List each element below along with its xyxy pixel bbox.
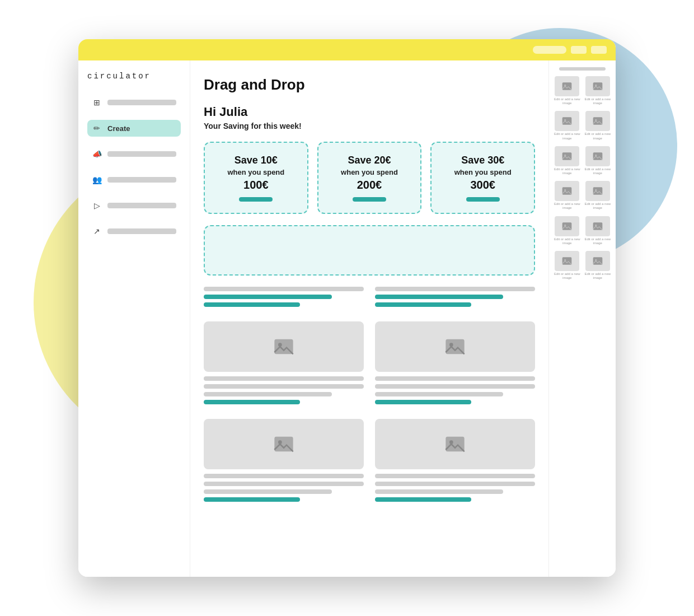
thumb-label-1-0: Edit or add a new image xyxy=(554,132,581,140)
img4-btn[interactable] xyxy=(375,497,471,502)
page-title: Drag and Drop xyxy=(204,76,535,94)
savings-card-2[interactable]: Save 20€ when you spend 200€ xyxy=(317,142,422,214)
sidebar-label-audience xyxy=(107,177,176,183)
thumb-item-2-1[interactable]: Edit or add a new image xyxy=(584,146,612,175)
sidebar-item-create[interactable]: ✏ Create xyxy=(87,120,181,137)
sidebar-item-dashboard[interactable]: ⊞ xyxy=(87,94,181,111)
audience-icon: 👥 xyxy=(92,175,102,185)
thumb-item-4-0[interactable]: Edit or add a new image xyxy=(554,216,581,245)
thumb-label-1-1: Edit or add a new image xyxy=(584,132,612,140)
right-panel-row-4: Edit or add a new image Edit or add a ne… xyxy=(554,216,611,245)
thumb-label-3-0: Edit or add a new image xyxy=(554,202,581,210)
thumb-image-icon xyxy=(561,115,573,127)
img2-text-3 xyxy=(375,392,503,396)
thumb-item-0-0[interactable]: Edit or add a new image xyxy=(554,76,581,105)
image-grid-row-2 xyxy=(204,419,535,505)
greeting: Hi Julia xyxy=(204,105,535,119)
right-panel-row-1: Edit or add a new image Edit or add a ne… xyxy=(554,111,611,140)
subtitle: Your Saving for this week! xyxy=(204,122,535,130)
thumb-image-icon xyxy=(592,255,603,267)
img4-text-2 xyxy=(375,482,535,486)
savings-card-3-spend: when you spend xyxy=(440,168,525,176)
image-icon-1 xyxy=(273,335,295,358)
savings-card-2-btn[interactable] xyxy=(353,197,386,202)
right-panel-row-0: Edit or add a new image Edit or add a ne… xyxy=(554,76,611,105)
savings-card-2-amount: 200€ xyxy=(327,179,412,192)
thumb-img-4-1 xyxy=(585,216,610,236)
thumb-label-3-1: Edit or add a new image xyxy=(584,202,612,210)
thumb-img-1-0 xyxy=(555,111,579,131)
image-placeholder-3 xyxy=(204,419,364,469)
thumb-image-icon xyxy=(561,221,573,232)
sidebar: circulator ⊞ ✏ Create 📣 👥 xyxy=(78,60,190,577)
thumb-item-1-0[interactable]: Edit or add a new image xyxy=(554,111,581,140)
title-bar-url xyxy=(533,46,566,54)
image-placeholder-2 xyxy=(375,321,535,372)
megaphone-icon: 📣 xyxy=(92,149,102,159)
thumb-img-5-0 xyxy=(555,251,579,271)
thumb-item-5-0[interactable]: Edit or add a new image xyxy=(554,251,581,280)
thumb-image-icon xyxy=(592,185,603,197)
main-content: Drag and Drop Hi Julia Your Saving for t… xyxy=(190,60,548,577)
text-line-1 xyxy=(204,287,364,291)
text-lines-row xyxy=(204,287,535,310)
savings-card-1[interactable]: Save 10€ when you spend 100€ xyxy=(204,142,308,214)
img2-btn[interactable] xyxy=(375,400,471,404)
thumb-img-4-0 xyxy=(555,216,579,236)
text-line-teal-4 xyxy=(375,302,471,307)
title-bar xyxy=(78,39,616,60)
sidebar-label-analytics xyxy=(107,228,176,234)
thumb-image-icon xyxy=(561,255,573,267)
thumb-image-icon xyxy=(592,81,603,92)
image-icon-2 xyxy=(444,335,466,358)
image-col-1 xyxy=(204,321,364,408)
image-col-4 xyxy=(375,419,535,505)
title-bar-btn-1[interactable] xyxy=(571,46,587,54)
thumb-image-icon xyxy=(592,221,603,232)
thumb-item-5-1[interactable]: Edit or add a new image xyxy=(584,251,612,280)
send-icon: ▷ xyxy=(92,200,102,211)
thumb-label-4-0: Edit or add a new image xyxy=(554,237,581,245)
thumb-item-2-0[interactable]: Edit or add a new image xyxy=(554,146,581,175)
sidebar-logo: circulator xyxy=(87,72,181,81)
thumb-item-1-1[interactable]: Edit or add a new image xyxy=(584,111,612,140)
img3-text-1 xyxy=(204,474,364,478)
savings-card-3-save: Save 30€ xyxy=(440,154,525,167)
img3-btn[interactable] xyxy=(204,497,300,502)
thumb-item-3-1[interactable]: Edit or add a new image xyxy=(584,181,612,210)
sidebar-item-analytics[interactable]: ↗ xyxy=(87,223,181,240)
grid-icon: ⊞ xyxy=(92,97,102,108)
img1-text-3 xyxy=(204,392,332,396)
savings-cards-row: Save 10€ when you spend 100€ Save 20€ wh… xyxy=(204,142,535,214)
thumb-item-3-0[interactable]: Edit or add a new image xyxy=(554,181,581,210)
img2-text-2 xyxy=(375,384,535,389)
img1-text-1 xyxy=(204,376,364,381)
image-col-2 xyxy=(375,321,535,408)
thumb-img-0-0 xyxy=(555,76,579,96)
image-icon-3 xyxy=(273,433,295,455)
sidebar-item-campaigns[interactable]: 📣 xyxy=(87,146,181,162)
thumb-label-5-1: Edit or add a new image xyxy=(584,272,612,280)
thumb-label-2-0: Edit or add a new image xyxy=(554,167,581,175)
thumb-item-0-1[interactable]: Edit or add a new image xyxy=(584,76,612,105)
thumb-img-3-0 xyxy=(555,181,579,201)
savings-card-1-btn[interactable] xyxy=(239,197,273,202)
thumb-img-1-1 xyxy=(585,111,610,131)
thumb-label-5-0: Edit or add a new image xyxy=(554,272,581,280)
img1-btn[interactable] xyxy=(204,400,300,404)
savings-card-3[interactable]: Save 30€ when you spend 300€ xyxy=(430,142,535,214)
title-bar-btn-2[interactable] xyxy=(591,46,607,54)
thumb-item-4-1[interactable]: Edit or add a new image xyxy=(584,216,612,245)
thumb-label-0-0: Edit or add a new image xyxy=(554,97,581,105)
wide-card[interactable] xyxy=(204,225,535,276)
sidebar-item-audience[interactable]: 👥 xyxy=(87,171,181,188)
text-line-2 xyxy=(375,287,535,291)
text-col-1 xyxy=(204,287,364,310)
thumb-label-0-1: Edit or add a new image xyxy=(584,97,612,105)
sidebar-label-send xyxy=(107,203,176,208)
thumb-img-0-1 xyxy=(585,76,610,96)
sidebar-item-send[interactable]: ▷ xyxy=(87,197,181,214)
thumb-image-icon xyxy=(561,151,573,162)
right-panel: Edit or add a new image Edit or add a ne… xyxy=(548,60,616,577)
savings-card-3-btn[interactable] xyxy=(466,197,500,202)
